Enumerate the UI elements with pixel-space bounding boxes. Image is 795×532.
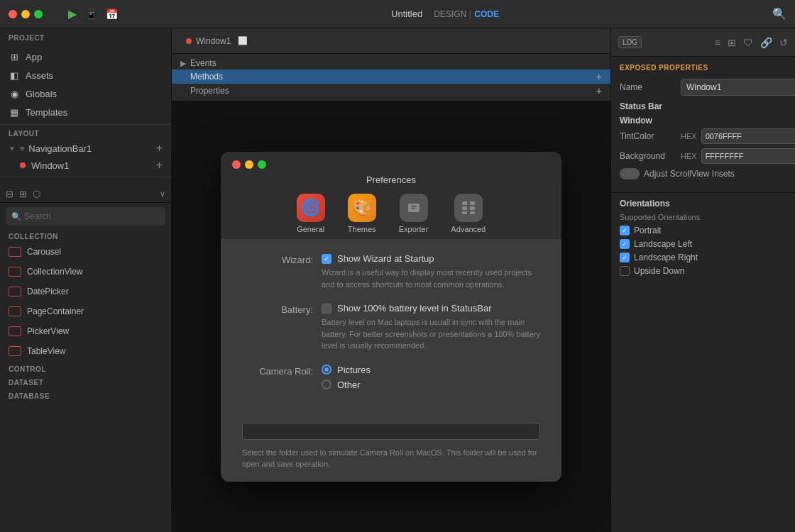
orientation-landscape-left[interactable]: ✓ Landscape Left	[620, 239, 786, 249]
add-property-button[interactable]: +	[596, 85, 602, 96]
battery-control: Show 100% battery level in StatusBar	[322, 303, 540, 314]
component-library: ⊟ ⊞ ⬡ ∨ 🔍 COLLECTION Carousel	[0, 180, 171, 532]
prefs-tab-general[interactable]: 🌀 General	[297, 194, 325, 239]
design-label[interactable]: DESIGN	[434, 9, 466, 19]
supported-orientations-label: Supported Orientations	[620, 213, 786, 221]
nav-item-navigationbar1[interactable]: ▼ ≡ NavigationBar1 +	[0, 140, 171, 157]
collectionview-icon	[9, 267, 21, 277]
radio-group-camera: Pictures Other	[322, 365, 540, 390]
list-icon[interactable]: ≡	[715, 37, 720, 48]
battery-checkbox-label[interactable]: Show 100% battery level in StatusBar	[337, 303, 492, 314]
radio-pictures-button[interactable]	[322, 365, 331, 375]
run-button[interactable]: ▶	[68, 7, 77, 21]
preferences-overlay[interactable]: Preferences 🌀 General 🎨 Themes	[172, 101, 610, 532]
component-pickerview[interactable]: PickerView	[0, 321, 171, 341]
component-collectionview[interactable]: CollectionView	[0, 262, 171, 282]
events-label[interactable]: Events	[190, 58, 216, 68]
maximize-button[interactable]	[34, 10, 43, 18]
prefs-tab-advanced[interactable]: Advanced	[451, 194, 486, 239]
sidebar-item-globals-label: Globals	[26, 89, 163, 99]
prefs-maximize[interactable]	[258, 160, 266, 169]
search-input[interactable]	[24, 211, 160, 221]
minimize-button[interactable]	[21, 10, 30, 18]
radio-other-button[interactable]	[322, 379, 331, 389]
name-prop-row: Name 18	[620, 79, 786, 96]
nav-item-window1[interactable]: Window1 +	[0, 157, 171, 174]
shield-icon[interactable]: 🛡	[743, 37, 753, 48]
datepicker-icon	[9, 287, 21, 297]
add-nav-item-button[interactable]: +	[156, 142, 163, 155]
radio-pictures[interactable]: Pictures	[322, 365, 540, 375]
landscape-right-checkbox[interactable]: ✓	[620, 253, 630, 262]
toggle-separator: |	[469, 9, 471, 19]
orientations-section: Orientations Supported Orientations ✓ Po…	[611, 193, 795, 285]
component-carousel[interactable]: Carousel	[0, 242, 171, 262]
auto-insets-toggle[interactable]	[620, 168, 640, 179]
component-pagecontainer[interactable]: PageContainer	[0, 301, 171, 321]
tintcolor-input[interactable]	[701, 128, 795, 144]
dataset-label: DATASET	[0, 375, 171, 388]
refresh-icon[interactable]: ↺	[779, 37, 788, 48]
component-datepicker[interactable]: DatePicker	[0, 282, 171, 301]
panel-chevron-icon[interactable]: ∨	[160, 189, 165, 199]
properties-row[interactable]: Properties +	[172, 84, 610, 98]
structure-panel: ▶ Events Methods + Properties +	[172, 54, 610, 101]
device-icon[interactable]: 📱	[85, 9, 97, 20]
prefs-tab-exporter[interactable]: Exporter	[399, 194, 429, 239]
svg-rect-6	[470, 211, 475, 214]
sidebar-item-app[interactable]: ⊞ App	[0, 48, 171, 66]
add-method-button[interactable]: +	[596, 71, 602, 82]
left-sidebar: PROJECT ⊞ App ◧ Assets ◉ Globals ▦ Templ…	[0, 28, 172, 532]
carousel-icon	[9, 247, 21, 257]
radio-pictures-label: Pictures	[337, 365, 371, 375]
globals-icon: ◉	[9, 88, 20, 99]
battery-content: Show 100% battery level in StatusBar Bat…	[322, 303, 540, 352]
background-row: Background HEX	[620, 148, 786, 164]
orientation-upside-down[interactable]: Upside Down	[620, 266, 786, 276]
wizard-checkbox[interactable]: ✓	[322, 254, 331, 264]
upside-down-label: Upside Down	[634, 266, 684, 276]
calendar-icon[interactable]: 📅	[106, 9, 118, 20]
radio-other[interactable]: Other	[322, 379, 540, 390]
traffic-lights	[9, 10, 43, 18]
collection-header: COLLECTION	[0, 230, 171, 242]
search-box[interactable]: 🔍	[6, 207, 165, 226]
right-sidebar: LOG ≡ ⊞ 🛡 🔗 ↺ EXPOSED PROPERTIES Name 18…	[610, 28, 795, 532]
window1-tab[interactable]: Window1 ⬜	[180, 33, 253, 49]
sidebar-item-assets-label: Assets	[26, 70, 163, 81]
portrait-checkbox[interactable]: ✓	[620, 226, 630, 235]
grid-icon[interactable]: ⊞	[19, 189, 27, 199]
cube-icon[interactable]: ⬡	[33, 189, 40, 199]
tableview-label: TableView	[27, 346, 65, 356]
battery-checkbox[interactable]	[322, 304, 331, 314]
sidebar-item-globals[interactable]: ◉ Globals	[0, 84, 171, 103]
component-tableview[interactable]: TableView	[0, 341, 171, 361]
search-icon[interactable]: 🔍	[772, 7, 786, 21]
log-button[interactable]: LOG	[618, 36, 642, 48]
link-icon[interactable]: 🔗	[760, 37, 772, 48]
orientation-landscape-right[interactable]: ✓ Landscape Right	[620, 253, 786, 262]
add-window-button[interactable]: +	[156, 159, 163, 172]
folder-path-bar[interactable]	[242, 423, 540, 440]
background-input[interactable]	[701, 148, 795, 164]
close-button[interactable]	[9, 10, 17, 18]
upside-down-checkbox[interactable]	[620, 266, 630, 276]
name-input[interactable]	[681, 79, 795, 96]
sidebar-item-templates[interactable]: ▦ Templates	[0, 103, 171, 121]
properties-label: Properties	[190, 86, 229, 96]
orientations-title: Orientations	[620, 199, 786, 209]
sidebar-item-assets[interactable]: ◧ Assets	[0, 66, 171, 84]
layers-icon[interactable]: ⊟	[6, 189, 13, 199]
prefs-minimize[interactable]	[245, 160, 253, 169]
external-link-icon[interactable]: ⬜	[238, 36, 248, 45]
landscape-left-checkbox[interactable]: ✓	[620, 239, 630, 249]
wizard-checkbox-label[interactable]: Show Wizard at Startup	[337, 253, 434, 264]
expand-arrow[interactable]: ▶	[180, 59, 186, 68]
code-label[interactable]: CODE	[474, 9, 499, 19]
prefs-close[interactable]	[232, 160, 241, 169]
grid2-icon[interactable]: ⊞	[728, 37, 736, 48]
orientation-portrait[interactable]: ✓ Portrait	[620, 226, 786, 235]
methods-row[interactable]: Methods +	[172, 70, 610, 84]
prefs-tab-themes[interactable]: 🎨 Themes	[348, 194, 376, 239]
database-label: DATABASE	[0, 388, 171, 401]
